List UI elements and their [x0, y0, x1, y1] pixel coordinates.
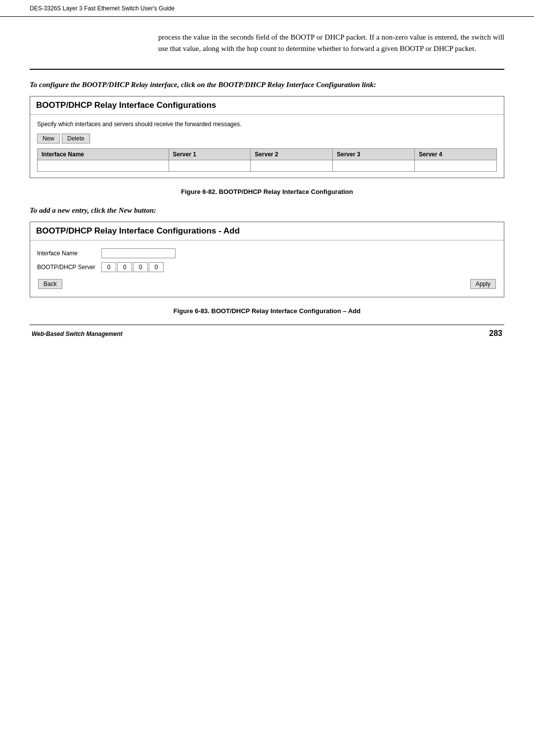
ip-octet-3[interactable] — [133, 262, 148, 272]
header-title: DES-3326S Layer 3 Fast Ethernet Switch U… — [30, 5, 175, 12]
content-area: process the value in the seconds field o… — [0, 17, 534, 353]
footer-page-number: 283 — [489, 329, 502, 338]
config-table: Interface Name Server 1 Server 2 Server … — [37, 148, 497, 172]
intro-text: process the value in the seconds field o… — [158, 32, 504, 54]
apply-button[interactable]: Apply — [470, 279, 496, 289]
ip-octet-2[interactable] — [117, 262, 132, 272]
new-button[interactable]: New — [37, 134, 60, 143]
figure83-caption: Figure 6-83. BOOT/DHCP Relay Interface C… — [30, 307, 504, 315]
panel1-description: Specify which interfaces and servers sho… — [37, 121, 497, 128]
panel1-body: Specify which interfaces and servers sho… — [30, 115, 504, 178]
col-server4: Server 4 — [415, 149, 497, 160]
intro-paragraph: process the value in the seconds field o… — [158, 32, 504, 54]
empty-cell-4 — [333, 160, 415, 172]
section-divider — [30, 69, 504, 70]
server-row: BOOTP/DHCP Server — [37, 262, 497, 272]
footer-bar: Web-Based Switch Management 283 — [30, 329, 504, 338]
figure82-caption: Figure 6-82. BOOTP/DHCP Relay Interface … — [30, 188, 504, 195]
server-label: BOOTP/DHCP Server — [37, 264, 101, 271]
panel2-title: BOOTP/DHCP Relay Interface Configuration… — [30, 222, 504, 240]
panel2: BOOTP/DHCP Relay Interface Configuration… — [30, 222, 504, 297]
ip-inputs — [101, 262, 164, 272]
panel1-title: BOOTP/DHCP Relay Interface Configuration… — [30, 96, 504, 115]
col-server1: Server 1 — [169, 149, 251, 160]
ip-octet-1[interactable] — [101, 262, 116, 272]
interface-name-label: Interface Name — [37, 250, 101, 257]
page-container: DES-3326S Layer 3 Fast Ethernet Switch U… — [0, 0, 534, 756]
table-empty-row — [38, 160, 497, 172]
panel2-body: Interface Name BOOTP/DHCP Server Back — [30, 240, 504, 297]
empty-cell-1 — [38, 160, 169, 172]
col-server2: Server 2 — [251, 149, 333, 160]
add-button-row: Back Apply — [37, 279, 497, 289]
back-button[interactable]: Back — [38, 279, 62, 289]
ip-octet-4[interactable] — [149, 262, 164, 272]
interface-name-row: Interface Name — [37, 248, 497, 258]
panel1: BOOTP/DHCP Relay Interface Configuration… — [30, 96, 504, 178]
col-server3: Server 3 — [333, 149, 415, 160]
delete-button[interactable]: Delete — [62, 134, 90, 143]
empty-cell-5 — [415, 160, 497, 172]
instruction1-text: To configure the BOOTP/DHCP Relay interf… — [30, 80, 504, 90]
panel1-button-row: New Delete — [37, 134, 497, 143]
footer-left-text: Web-Based Switch Management — [32, 331, 123, 337]
empty-cell-2 — [169, 160, 251, 172]
empty-cell-3 — [251, 160, 333, 172]
footer-divider — [30, 325, 504, 325]
interface-name-input[interactable] — [101, 248, 176, 258]
table-header-row: Interface Name Server 1 Server 2 Server … — [38, 149, 497, 160]
instruction2-text: To add a new entry, click the New button… — [30, 205, 504, 216]
col-interface-name: Interface Name — [38, 149, 169, 160]
header-bar: DES-3326S Layer 3 Fast Ethernet Switch U… — [0, 0, 534, 17]
